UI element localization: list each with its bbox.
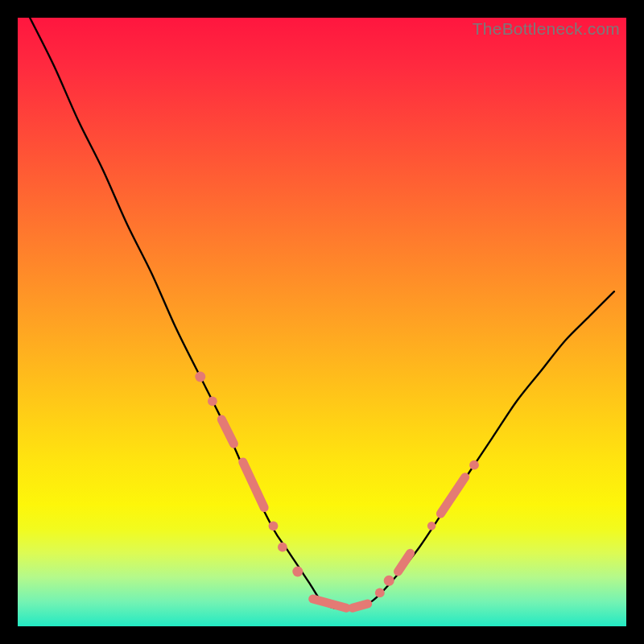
chart-svg xyxy=(18,18,626,626)
marker-dot xyxy=(208,396,217,406)
marker-dot xyxy=(269,521,279,530)
marker-dot xyxy=(375,588,385,598)
marker-segment xyxy=(313,599,347,608)
marker-dot xyxy=(469,460,479,470)
marker-dot xyxy=(195,372,205,382)
marker-segment xyxy=(221,419,233,444)
marker-layer xyxy=(195,372,479,609)
marker-dot xyxy=(292,567,303,577)
bottleneck-curve xyxy=(30,18,614,609)
marker-dot xyxy=(384,576,394,586)
chart-frame: TheBottleneck.com xyxy=(0,0,644,644)
marker-segment xyxy=(398,553,411,572)
marker-segment xyxy=(243,462,265,508)
marker-dot xyxy=(278,543,287,552)
marker-segment xyxy=(440,477,464,514)
marker-dot xyxy=(427,522,436,530)
plot-area: TheBottleneck.com xyxy=(18,18,626,626)
marker-segment xyxy=(353,604,368,608)
